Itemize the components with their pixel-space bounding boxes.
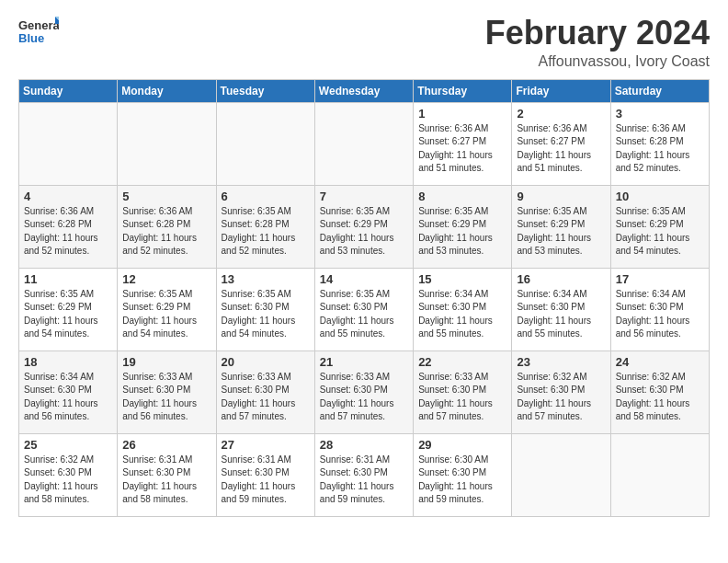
day-number: 6 xyxy=(222,190,310,203)
calendar-week-row: 1Sunrise: 6:36 AM Sunset: 6:27 PM Daylig… xyxy=(19,102,710,185)
day-number: 19 xyxy=(122,355,210,369)
day-info: Sunrise: 6:34 AM Sunset: 6:30 PM Dayligh… xyxy=(24,371,112,424)
day-info: Sunrise: 6:30 AM Sunset: 6:30 PM Dayligh… xyxy=(418,454,506,507)
header-friday: Friday xyxy=(512,79,610,102)
calendar-cell: 25Sunrise: 6:32 AM Sunset: 6:30 PM Dayli… xyxy=(19,433,118,516)
day-number: 17 xyxy=(616,272,704,286)
day-number: 12 xyxy=(122,272,210,286)
calendar-cell: 1Sunrise: 6:36 AM Sunset: 6:27 PM Daylig… xyxy=(414,102,512,185)
day-info: Sunrise: 6:34 AM Sunset: 6:30 PM Dayligh… xyxy=(517,288,605,341)
calendar-cell: 18Sunrise: 6:34 AM Sunset: 6:30 PM Dayli… xyxy=(19,350,118,433)
day-number: 22 xyxy=(418,355,506,369)
day-number: 26 xyxy=(122,438,210,452)
logo: General Blue xyxy=(18,15,59,52)
calendar-cell xyxy=(216,102,314,185)
header: General Blue February 2024 Affounvassou,… xyxy=(18,15,710,70)
day-number: 9 xyxy=(517,190,605,203)
day-number: 11 xyxy=(24,272,112,286)
month-title: February 2024 xyxy=(485,15,710,52)
calendar-header-row: SundayMondayTuesdayWednesdayThursdayFrid… xyxy=(19,79,710,102)
day-info: Sunrise: 6:31 AM Sunset: 6:30 PM Dayligh… xyxy=(222,454,310,507)
day-info: Sunrise: 6:35 AM Sunset: 6:29 PM Dayligh… xyxy=(24,288,112,341)
day-number: 13 xyxy=(222,272,310,286)
logo-svg: General Blue xyxy=(18,15,59,52)
calendar-week-row: 25Sunrise: 6:32 AM Sunset: 6:30 PM Dayli… xyxy=(19,433,710,516)
day-info: Sunrise: 6:35 AM Sunset: 6:30 PM Dayligh… xyxy=(320,288,408,341)
calendar-cell: 20Sunrise: 6:33 AM Sunset: 6:30 PM Dayli… xyxy=(216,350,314,433)
calendar-cell: 8Sunrise: 6:35 AM Sunset: 6:29 PM Daylig… xyxy=(414,185,512,268)
day-info: Sunrise: 6:35 AM Sunset: 6:30 PM Dayligh… xyxy=(222,288,310,341)
calendar-cell: 16Sunrise: 6:34 AM Sunset: 6:30 PM Dayli… xyxy=(512,268,610,350)
calendar-cell: 29Sunrise: 6:30 AM Sunset: 6:30 PM Dayli… xyxy=(414,433,512,516)
day-info: Sunrise: 6:31 AM Sunset: 6:30 PM Dayligh… xyxy=(320,454,408,507)
location-title: Affounvassou, Ivory Coast xyxy=(485,53,710,70)
calendar-cell: 15Sunrise: 6:34 AM Sunset: 6:30 PM Dayli… xyxy=(414,268,512,350)
calendar-cell: 19Sunrise: 6:33 AM Sunset: 6:30 PM Dayli… xyxy=(118,350,216,433)
day-number: 16 xyxy=(517,272,605,286)
calendar-cell: 11Sunrise: 6:35 AM Sunset: 6:29 PM Dayli… xyxy=(19,268,118,350)
day-info: Sunrise: 6:34 AM Sunset: 6:30 PM Dayligh… xyxy=(418,288,506,341)
day-number: 5 xyxy=(122,190,210,203)
day-number: 20 xyxy=(222,355,310,369)
svg-text:Blue: Blue xyxy=(18,31,44,45)
title-area: February 2024 Affounvassou, Ivory Coast xyxy=(485,15,710,70)
day-number: 7 xyxy=(320,190,408,203)
day-info: Sunrise: 6:33 AM Sunset: 6:30 PM Dayligh… xyxy=(320,371,408,424)
calendar-table: SundayMondayTuesdayWednesdayThursdayFrid… xyxy=(18,79,710,517)
day-number: 25 xyxy=(24,438,112,452)
calendar-cell: 28Sunrise: 6:31 AM Sunset: 6:30 PM Dayli… xyxy=(314,433,413,516)
day-number: 27 xyxy=(222,438,310,452)
calendar-cell: 6Sunrise: 6:35 AM Sunset: 6:28 PM Daylig… xyxy=(216,185,314,268)
calendar-cell xyxy=(19,102,118,185)
calendar-cell: 2Sunrise: 6:36 AM Sunset: 6:27 PM Daylig… xyxy=(512,102,610,185)
day-info: Sunrise: 6:33 AM Sunset: 6:30 PM Dayligh… xyxy=(418,371,506,424)
day-info: Sunrise: 6:35 AM Sunset: 6:29 PM Dayligh… xyxy=(418,205,506,259)
calendar-cell: 10Sunrise: 6:35 AM Sunset: 6:29 PM Dayli… xyxy=(610,185,709,268)
day-info: Sunrise: 6:35 AM Sunset: 6:29 PM Dayligh… xyxy=(517,205,605,259)
calendar-cell: 5Sunrise: 6:36 AM Sunset: 6:28 PM Daylig… xyxy=(118,185,216,268)
calendar-week-row: 4Sunrise: 6:36 AM Sunset: 6:28 PM Daylig… xyxy=(19,185,710,268)
day-number: 8 xyxy=(418,190,506,203)
day-info: Sunrise: 6:32 AM Sunset: 6:30 PM Dayligh… xyxy=(24,454,112,507)
header-monday: Monday xyxy=(118,79,216,102)
calendar-cell xyxy=(314,102,413,185)
calendar-cell: 14Sunrise: 6:35 AM Sunset: 6:30 PM Dayli… xyxy=(314,268,413,350)
day-info: Sunrise: 6:32 AM Sunset: 6:30 PM Dayligh… xyxy=(517,371,605,424)
calendar-cell xyxy=(118,102,216,185)
day-number: 14 xyxy=(320,272,408,286)
day-number: 28 xyxy=(320,438,408,452)
svg-text:General: General xyxy=(18,18,59,32)
calendar-cell: 26Sunrise: 6:31 AM Sunset: 6:30 PM Dayli… xyxy=(118,433,216,516)
day-info: Sunrise: 6:36 AM Sunset: 6:28 PM Dayligh… xyxy=(616,122,704,176)
calendar-week-row: 18Sunrise: 6:34 AM Sunset: 6:30 PM Dayli… xyxy=(19,350,710,433)
calendar-cell xyxy=(512,433,610,516)
day-info: Sunrise: 6:35 AM Sunset: 6:29 PM Dayligh… xyxy=(320,205,408,259)
day-info: Sunrise: 6:33 AM Sunset: 6:30 PM Dayligh… xyxy=(222,371,310,424)
calendar-cell: 13Sunrise: 6:35 AM Sunset: 6:30 PM Dayli… xyxy=(216,268,314,350)
calendar-cell: 7Sunrise: 6:35 AM Sunset: 6:29 PM Daylig… xyxy=(314,185,413,268)
day-number: 2 xyxy=(517,107,605,121)
day-number: 10 xyxy=(616,190,704,203)
day-number: 18 xyxy=(24,355,112,369)
calendar-cell: 12Sunrise: 6:35 AM Sunset: 6:29 PM Dayli… xyxy=(118,268,216,350)
day-info: Sunrise: 6:34 AM Sunset: 6:30 PM Dayligh… xyxy=(616,288,704,341)
calendar-week-row: 11Sunrise: 6:35 AM Sunset: 6:29 PM Dayli… xyxy=(19,268,710,350)
day-info: Sunrise: 6:33 AM Sunset: 6:30 PM Dayligh… xyxy=(122,371,210,424)
day-info: Sunrise: 6:36 AM Sunset: 6:27 PM Dayligh… xyxy=(517,122,605,176)
header-sunday: Sunday xyxy=(19,79,118,102)
day-number: 21 xyxy=(320,355,408,369)
calendar-cell: 3Sunrise: 6:36 AM Sunset: 6:28 PM Daylig… xyxy=(610,102,709,185)
header-wednesday: Wednesday xyxy=(314,79,413,102)
day-number: 23 xyxy=(517,355,605,369)
day-info: Sunrise: 6:31 AM Sunset: 6:30 PM Dayligh… xyxy=(122,454,210,507)
day-number: 1 xyxy=(418,107,506,121)
day-number: 4 xyxy=(24,190,112,203)
day-info: Sunrise: 6:36 AM Sunset: 6:27 PM Dayligh… xyxy=(418,122,506,176)
day-info: Sunrise: 6:36 AM Sunset: 6:28 PM Dayligh… xyxy=(122,205,210,259)
calendar-cell: 4Sunrise: 6:36 AM Sunset: 6:28 PM Daylig… xyxy=(19,185,118,268)
calendar-cell: 24Sunrise: 6:32 AM Sunset: 6:30 PM Dayli… xyxy=(610,350,709,433)
calendar-cell: 22Sunrise: 6:33 AM Sunset: 6:30 PM Dayli… xyxy=(414,350,512,433)
day-number: 24 xyxy=(616,355,704,369)
day-number: 15 xyxy=(418,272,506,286)
header-tuesday: Tuesday xyxy=(216,79,314,102)
